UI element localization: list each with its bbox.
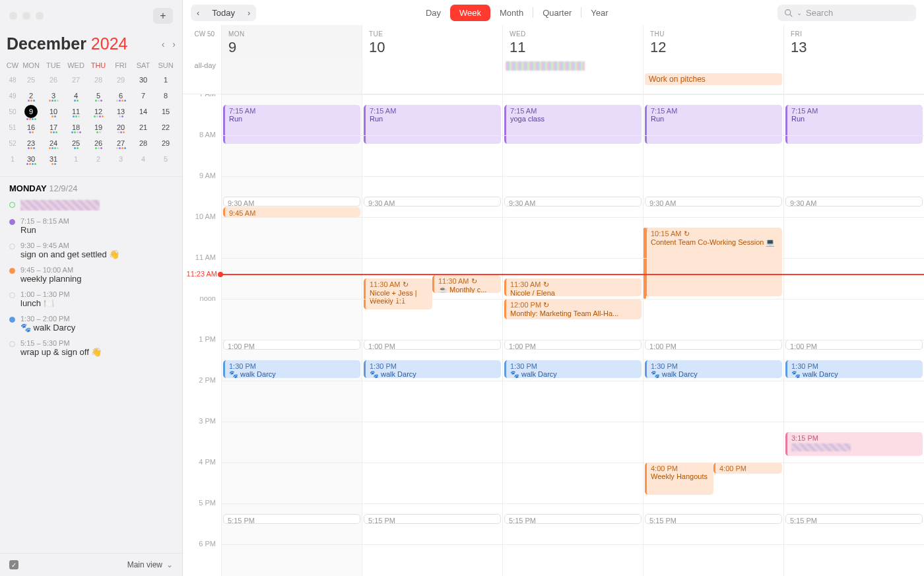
calendar-event[interactable]: 1:30 PM 🐾 walk Darcy bbox=[785, 360, 923, 378]
sidebar-event-item[interactable]: 5:15 – 5:30 PMwrap up & sign off 👋 bbox=[9, 339, 173, 357]
mini-day[interactable]: 8 bbox=[154, 92, 177, 100]
mini-day[interactable]: 15 bbox=[154, 108, 177, 115]
view-selector-label[interactable]: Main view bbox=[127, 560, 162, 569]
allday-event-pitches[interactable]: Work on pitches bbox=[645, 73, 782, 85]
allday-wed[interactable] bbox=[502, 59, 643, 94]
mini-day[interactable]: 19 bbox=[87, 123, 110, 131]
calendar-event[interactable]: 3:15 PM bbox=[785, 432, 923, 456]
mini-day[interactable]: 2 bbox=[20, 92, 42, 100]
next-month-icon[interactable]: › bbox=[172, 39, 176, 49]
mini-day[interactable]: 26 bbox=[42, 76, 65, 84]
mini-day[interactable]: 4 bbox=[65, 92, 87, 100]
day-header[interactable]: FRI13 bbox=[783, 25, 924, 59]
chevron-down-icon[interactable]: ⌄ bbox=[166, 560, 173, 569]
mini-day[interactable]: 30 bbox=[20, 155, 42, 163]
mini-day[interactable]: 22 bbox=[154, 123, 177, 131]
calendar-event[interactable]: 10:15 AM ↻ Content Team Co-Working Sessi… bbox=[645, 228, 782, 297]
minimize-window[interactable] bbox=[22, 12, 30, 20]
view-week[interactable]: Week bbox=[450, 5, 490, 21]
mini-day[interactable]: 24 bbox=[42, 139, 65, 147]
calendar-event[interactable]: 9:30 AM sign on and get settled... bbox=[785, 197, 923, 207]
calendar-event[interactable]: 12:00 PM ↻ Monthly: Marketing Team All-H… bbox=[504, 299, 642, 319]
prev-month-icon[interactable]: ‹ bbox=[162, 39, 165, 49]
calendar-event[interactable]: 1:30 PM 🐾 walk Darcy bbox=[645, 360, 782, 378]
mini-day[interactable]: 11 bbox=[65, 108, 87, 115]
mini-day[interactable]: 5 bbox=[154, 155, 177, 163]
sidebar-event-item[interactable]: 1:00 – 1:30 PMlunch 🍽️ bbox=[9, 290, 173, 308]
allday-thu[interactable]: Work on pitches bbox=[643, 59, 783, 94]
mini-day[interactable]: 17 bbox=[42, 123, 65, 131]
mini-day[interactable]: 23 bbox=[20, 139, 42, 147]
calendar-event[interactable]: 1:00 PM lunch 🍽️ bbox=[364, 340, 501, 350]
mini-day[interactable]: 26 bbox=[87, 139, 110, 147]
mini-day[interactable]: 28 bbox=[132, 139, 154, 147]
calendar-event[interactable]: 4:00 PM Grac... bbox=[713, 463, 782, 474]
calendar-event[interactable]: 9:30 AM sign on and get settled... bbox=[504, 197, 642, 207]
view-month[interactable]: Month bbox=[490, 5, 533, 21]
calendar-event[interactable]: 11:30 AM ↻ ☕ Monthly c... bbox=[432, 275, 501, 293]
mini-day[interactable]: 16 bbox=[20, 123, 42, 131]
mini-day[interactable]: 7 bbox=[132, 92, 154, 100]
sidebar-event-item[interactable]: 7:15 – 8:15 AMRun bbox=[9, 217, 173, 235]
day-header[interactable]: TUE10 bbox=[362, 25, 502, 59]
view-day[interactable]: Day bbox=[416, 5, 450, 21]
mini-day[interactable]: 13 bbox=[110, 108, 132, 115]
calendar-event[interactable]: 1:00 PM lunch 🍽️ bbox=[645, 340, 782, 350]
calendar-event[interactable]: 5:15 PM wrap up & sign off 👋 bbox=[364, 514, 501, 524]
mini-day[interactable]: 1 bbox=[65, 155, 87, 163]
close-window[interactable] bbox=[9, 12, 17, 20]
mini-day[interactable]: 29 bbox=[110, 76, 132, 84]
calendar-event[interactable]: 1:30 PM 🐾 walk Darcy bbox=[364, 360, 501, 378]
next-week-button[interactable]: › bbox=[242, 5, 256, 21]
calendar-event[interactable]: 11:30 AM ↻ Nicole / Elena bbox=[504, 278, 642, 296]
redacted-allday-event[interactable] bbox=[506, 61, 585, 71]
today-button[interactable]: Today bbox=[205, 5, 242, 21]
mini-day[interactable]: 5 bbox=[87, 92, 110, 100]
calendar-event[interactable]: 9:45 AM weekly planning bbox=[223, 207, 360, 217]
mini-day[interactable]: 30 bbox=[132, 76, 154, 84]
mini-day[interactable]: 21 bbox=[132, 123, 154, 131]
calendar-event[interactable]: 1:00 PM lunch 🍽️ bbox=[223, 340, 360, 350]
calendar-event[interactable]: 7:15 AM Run bbox=[785, 105, 923, 144]
mini-day[interactable]: 3 bbox=[42, 92, 65, 100]
view-year[interactable]: Year bbox=[581, 5, 617, 21]
mini-day[interactable]: 31 bbox=[42, 155, 65, 163]
day-header[interactable]: MON9 bbox=[221, 25, 362, 59]
mini-day[interactable]: 6 bbox=[110, 92, 132, 100]
mini-day[interactable]: 27 bbox=[65, 76, 87, 84]
allday-tue[interactable] bbox=[362, 59, 502, 94]
calendar-event[interactable]: 7:15 AM Run bbox=[364, 105, 501, 144]
day-header[interactable]: THU12 bbox=[643, 25, 783, 59]
mini-day[interactable]: 12 bbox=[87, 108, 110, 115]
sidebar-event-item[interactable] bbox=[9, 200, 173, 210]
mini-day[interactable]: 18 bbox=[65, 123, 87, 131]
mini-day[interactable]: 2 bbox=[87, 155, 110, 163]
allday-fri[interactable] bbox=[783, 59, 924, 94]
sidebar-event-item[interactable]: 9:45 – 10:00 AMweekly planning bbox=[9, 266, 173, 284]
mini-day[interactable]: 3 bbox=[110, 155, 132, 163]
filter-checkbox[interactable]: ✓ bbox=[9, 560, 18, 569]
calendar-event[interactable]: 9:30 AM sign on and get settled... bbox=[364, 197, 501, 207]
calendar-event[interactable]: 1:30 PM 🐾 walk Darcy bbox=[504, 360, 642, 378]
calendar-event[interactable]: 11:30 AM ↻ Nicole + Jess | Weekly 1:1 bbox=[364, 278, 432, 309]
add-event-button[interactable]: + bbox=[153, 8, 173, 24]
mini-day[interactable]: 20 bbox=[110, 123, 132, 131]
mini-day[interactable]: 4 bbox=[132, 155, 154, 163]
sidebar-event-item[interactable]: 1:30 – 2:00 PM🐾 walk Darcy bbox=[9, 315, 173, 333]
calendar-event[interactable]: 4:00 PM Weekly Hangouts bbox=[645, 463, 713, 495]
mini-day[interactable]: 28 bbox=[87, 76, 110, 84]
mini-day[interactable]: 25 bbox=[65, 139, 87, 147]
calendar-event[interactable]: 9:30 AM sign on and get settled... bbox=[645, 197, 782, 207]
mini-day[interactable]: 29 bbox=[154, 139, 177, 147]
calendar-event[interactable]: 1:00 PM lunch 🍽️ bbox=[504, 340, 642, 350]
calendar-event[interactable]: 9:30 AM sign on and get settled... bbox=[223, 197, 360, 207]
allday-mon[interactable] bbox=[221, 59, 362, 94]
search-input[interactable]: ⌄ Search bbox=[777, 5, 916, 21]
maximize-window[interactable] bbox=[36, 12, 44, 20]
mini-day[interactable]: 27 bbox=[110, 139, 132, 147]
mini-day[interactable]: 10 bbox=[42, 108, 65, 115]
calendar-event[interactable]: 7:15 AM Run bbox=[645, 105, 782, 144]
calendar-event[interactable]: 1:30 PM 🐾 walk Darcy bbox=[223, 360, 360, 378]
mini-day[interactable]: 1 bbox=[154, 76, 177, 84]
mini-day[interactable]: 9 bbox=[24, 105, 38, 118]
